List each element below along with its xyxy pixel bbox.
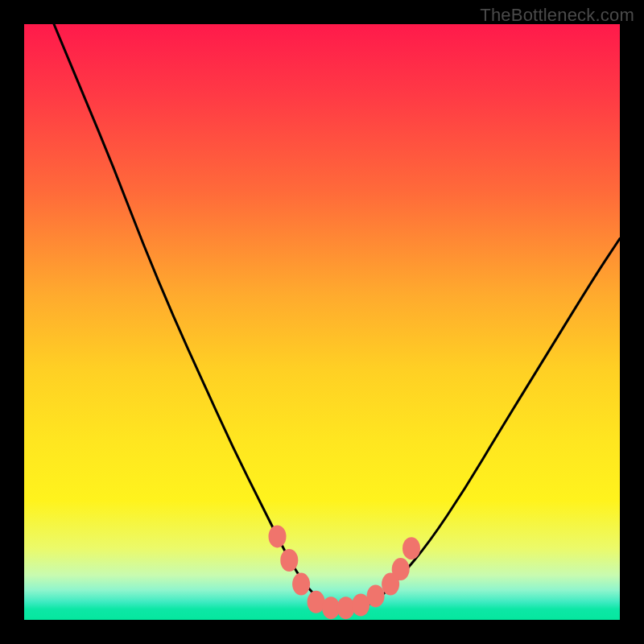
valley-marker bbox=[292, 573, 310, 596]
valley-marker bbox=[269, 525, 287, 547]
watermark-text: TheBottleneck.com bbox=[480, 5, 634, 26]
valley-marker bbox=[402, 537, 420, 559]
valley-marker bbox=[367, 584, 385, 607]
chart-frame: TheBottleneck.com bbox=[0, 0, 644, 644]
plot-area bbox=[24, 24, 620, 620]
curve-svg bbox=[24, 24, 620, 620]
valley-marker bbox=[337, 597, 355, 619]
valley-marker-group bbox=[269, 525, 421, 619]
valley-marker bbox=[280, 549, 298, 572]
valley-marker bbox=[392, 558, 410, 580]
bottleneck-curve bbox=[54, 24, 620, 608]
